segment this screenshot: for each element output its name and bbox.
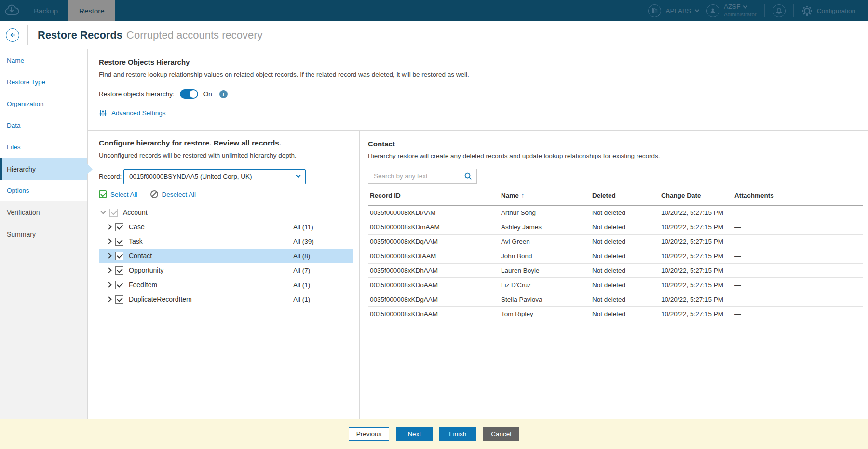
table-row[interactable]: 0035f000008xKDfAAMJohn BondNot deleted10… [368, 249, 863, 263]
records-table: Record IDName↑DeletedChange DateAttachme… [368, 192, 863, 321]
sort-asc-icon: ↑ [521, 192, 525, 199]
tree-node-task[interactable]: TaskAll (39) [99, 234, 353, 249]
checkbox[interactable] [115, 252, 123, 260]
back-button[interactable] [6, 28, 19, 42]
finish-button[interactable]: Finish [439, 427, 476, 441]
tree-node-duplicaterecorditem[interactable]: DuplicateRecordItemAll (1) [99, 292, 353, 306]
info-icon[interactable]: i [219, 90, 228, 98]
cell-attachments: — [732, 277, 863, 292]
tree-node-case[interactable]: CaseAll (11) [99, 220, 353, 234]
records-pane-title: Contact [368, 140, 863, 148]
checkbox[interactable] [115, 223, 123, 231]
top-navigation: Backup Restore [23, 0, 115, 21]
cell-deleted: Not deleted [590, 277, 659, 292]
deselect-all-button[interactable]: Deselect All [150, 190, 196, 198]
chevron-right-icon[interactable] [106, 296, 111, 302]
cell-change-date: 10/20/22, 5:27:15 PM [659, 249, 732, 263]
previous-button[interactable]: Previous [349, 427, 390, 441]
cell-attachments: — [732, 220, 863, 234]
node-count: All (11) [293, 224, 313, 231]
chevron-down-icon[interactable] [100, 209, 106, 214]
cell-record-id: 0035f000008xKDoAAM [368, 277, 499, 292]
tree-node-opportunity[interactable]: OpportunityAll (7) [99, 263, 353, 277]
notifications-button[interactable] [773, 4, 786, 17]
cell-change-date: 10/20/22, 5:27:15 PM [659, 205, 732, 220]
cell-record-id: 0035f000008xKDqAAM [368, 234, 499, 249]
checkbox[interactable] [115, 281, 123, 289]
cell-name: Avi Green [499, 234, 590, 249]
organization-menu[interactable]: APLABS [648, 4, 699, 17]
page-subtitle: Corrupted accounts recovery [126, 29, 262, 41]
node-label: DuplicateRecordItem [129, 295, 192, 303]
tab-backup[interactable]: Backup [23, 0, 68, 21]
chevron-right-icon[interactable] [106, 282, 111, 287]
sidebar-item-name[interactable]: Name [0, 50, 87, 71]
node-label: Contact [129, 252, 152, 260]
sidebar-item-hierarchy[interactable]: Hierarchy [0, 158, 87, 180]
records-pane-description: Hierarchy restore will create any delete… [368, 152, 863, 159]
organization-icon [648, 4, 661, 17]
sidebar-item-options[interactable]: Options [0, 180, 87, 201]
column-header-deleted[interactable]: Deleted [590, 192, 659, 205]
wizard-steps-sidebar: NameRestore TypeOrganizationDataFilesHie… [0, 49, 88, 419]
checkbox[interactable] [115, 295, 123, 304]
sidebar-item-restore-type[interactable]: Restore Type [0, 71, 87, 93]
sliders-icon [99, 109, 107, 117]
cell-attachments: — [732, 306, 863, 321]
configuration-button[interactable]: Configuration [801, 5, 855, 16]
table-header-row: Record IDName↑DeletedChange DateAttachme… [368, 192, 863, 205]
tab-restore[interactable]: Restore [68, 0, 115, 21]
search-input[interactable] [373, 172, 457, 180]
table-row[interactable]: 0035f000008xKDqAAMAvi GreenNot deleted10… [368, 234, 863, 249]
table-row[interactable]: 0035f000008xKDgAAMStella PavlovaNot dele… [368, 292, 863, 306]
cancel-button[interactable]: Cancel [483, 427, 519, 441]
sidebar-item-data[interactable]: Data [0, 115, 87, 136]
table-row[interactable]: 0035f000008xKDoAAMLiz D'CruzNot deleted1… [368, 277, 863, 292]
chevron-right-icon[interactable] [106, 238, 111, 244]
cell-name: Ashley James [499, 220, 590, 234]
cell-name: John Bond [499, 249, 590, 263]
table-row[interactable]: 0035f000008xKDlAAMArthur SongNot deleted… [368, 205, 863, 220]
table-row[interactable]: 0035f000008xKDhAAMLauren BoyleNot delete… [368, 263, 863, 277]
tree-node-account[interactable]: Account [99, 205, 353, 220]
section-description: Find and restore lookup relationship val… [99, 71, 868, 78]
column-header-attachments[interactable]: Attachments [732, 192, 863, 205]
topbar: Backup Restore APLABS [0, 0, 868, 21]
cell-name: Liz D'Cruz [499, 277, 590, 292]
select-all-icon [99, 190, 107, 198]
left-pane-subtitle: Unconfigured records will be restored wi… [99, 152, 359, 159]
tree-node-contact[interactable]: ContactAll (8) [99, 249, 353, 263]
hierarchy-tree: AccountCaseAll (11)TaskAll (39)ContactAl… [99, 205, 359, 306]
record-dropdown[interactable]: 0015f00000BSYNDAA5 (United Corp, UK) [123, 169, 306, 184]
column-header-record-id[interactable]: Record ID [368, 192, 499, 205]
column-header-change-date[interactable]: Change Date [659, 192, 732, 205]
sidebar-item-files[interactable]: Files [0, 136, 87, 158]
column-header-name[interactable]: Name↑ [499, 192, 590, 205]
node-count: All (1) [293, 296, 310, 303]
select-all-button[interactable]: Select All [99, 190, 137, 198]
cell-deleted: Not deleted [590, 234, 659, 249]
node-label: Case [129, 223, 145, 231]
user-role-label: Administrator [724, 12, 757, 17]
cell-deleted: Not deleted [590, 263, 659, 277]
user-menu[interactable]: AZSF Administrator [706, 3, 757, 18]
node-count: All (7) [293, 267, 310, 274]
chevron-right-icon[interactable] [106, 224, 111, 229]
tree-node-feeditem[interactable]: FeedItemAll (1) [99, 277, 353, 292]
veeam-logo-icon[interactable] [0, 0, 23, 21]
topbar-divider [764, 4, 765, 17]
search-icon[interactable] [464, 172, 472, 180]
table-row[interactable]: 0035f000008xKDmAAMAshley JamesNot delete… [368, 220, 863, 234]
organization-label: APLABS [665, 7, 691, 14]
chevron-right-icon[interactable] [106, 253, 111, 258]
next-button[interactable]: Next [396, 427, 433, 441]
advanced-settings-link[interactable]: Advanced Settings [99, 109, 868, 117]
sidebar-item-organization[interactable]: Organization [0, 93, 87, 115]
checkbox[interactable] [115, 266, 123, 275]
restore-hierarchy-toggle[interactable] [180, 89, 198, 99]
chevron-right-icon[interactable] [106, 267, 111, 273]
cell-record-id: 0035f000008xKDnAAM [368, 306, 499, 321]
table-row[interactable]: 0035f000008xKDnAAMTom RipleyNot deleted1… [368, 306, 863, 321]
checkbox[interactable] [115, 238, 123, 246]
cell-change-date: 10/20/22, 5:27:15 PM [659, 234, 732, 249]
